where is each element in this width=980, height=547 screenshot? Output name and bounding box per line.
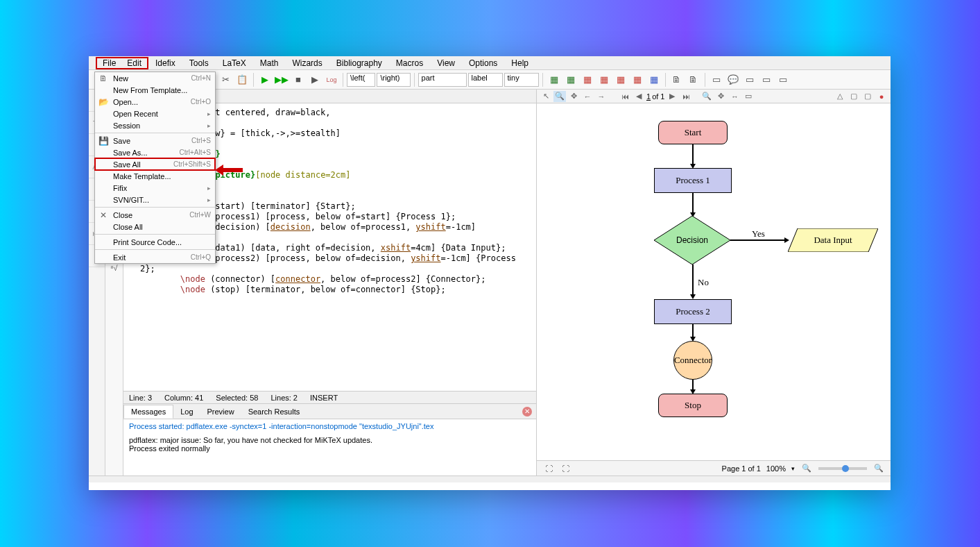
footer-page: Page 1 of 1 — [722, 464, 761, 473]
table-icon-2[interactable]: ▦ — [563, 72, 578, 87]
menu-wizards[interactable]: Wizards — [285, 57, 329, 69]
first-page-icon[interactable]: ⏮ — [619, 91, 631, 102]
tab-log[interactable]: Log — [173, 405, 200, 418]
menu-options[interactable]: Options — [462, 57, 504, 69]
file-menu-close[interactable]: ✕CloseCtrl+W — [95, 209, 215, 221]
file-menu-session[interactable]: Session▸ — [95, 119, 215, 131]
zoom-slider[interactable] — [818, 467, 867, 470]
page-input[interactable]: 1 — [646, 92, 651, 101]
part-select[interactable]: part — [418, 73, 467, 87]
file-menu-save-all[interactable]: Save AllCtrl+Shift+S — [95, 158, 215, 170]
menu-edit[interactable]: Edit — [121, 58, 147, 68]
table-icon-4[interactable]: ▦ — [596, 72, 612, 87]
zoom-fit-icon[interactable]: ✥ — [714, 91, 727, 102]
menu-help[interactable]: Help — [504, 57, 535, 69]
table-icon-3[interactable]: ▦ — [580, 72, 595, 87]
next-page-icon[interactable]: ▶ — [666, 91, 678, 102]
label-select[interactable]: label — [468, 73, 503, 87]
cursor-icon[interactable]: ↖ — [540, 91, 552, 102]
zoom-out-icon[interactable]: 🔍 — [800, 463, 813, 474]
status-col: Column: 41 — [164, 394, 203, 402]
label-yes: Yes — [752, 228, 765, 239]
menu-macros[interactable]: Macros — [389, 57, 430, 69]
insert-icon-5[interactable]: ▭ — [775, 72, 791, 87]
preview-toolbar: ↖ 🔍 ✥ ← → ⏮ ◀ 1 of 1 ▶ ⏭ 🔍 ✥ ↔ ▭ △ ▢ — [537, 90, 891, 103]
log-icon[interactable]: Log — [324, 72, 339, 87]
menu-view[interactable]: View — [430, 57, 462, 69]
file-edit-highlight-box: File Edit — [96, 57, 148, 69]
win-icon[interactable]: ▢ — [861, 91, 874, 102]
tab-messages[interactable]: Messages — [123, 405, 173, 419]
menu-tools[interactable]: Tools — [182, 57, 216, 69]
label-no: No — [698, 277, 709, 288]
compile-icon[interactable]: ▶▶ — [274, 72, 289, 87]
zoom-in-icon[interactable]: 🔍 — [872, 463, 885, 474]
page-of: of 1 — [652, 92, 664, 101]
zoom-cont-icon[interactable]: ▭ — [742, 91, 755, 102]
file-menu-save-as[interactable]: Save As...Ctrl+Alt+S — [95, 146, 215, 158]
fit-page-icon[interactable]: ⛶ — [542, 463, 555, 474]
zoom-width-icon[interactable]: ↔ — [728, 91, 741, 102]
table-icon-5[interactable]: ▦ — [613, 72, 628, 87]
view-pdf-icon[interactable]: ▶ — [307, 72, 323, 87]
forward-icon[interactable]: → — [595, 91, 608, 102]
file-menu-close-all[interactable]: Close All — [95, 221, 215, 233]
preview-footer: ⛶ ⛶ Page 1 of 1 100% ▾ 🔍 🔍 — [537, 460, 891, 476]
status-lines: Lines: 2 — [270, 394, 298, 402]
insert-icon-4[interactable]: ▭ — [759, 72, 774, 87]
file-menu-svn-git[interactable]: SVN/GIT...▸ — [95, 194, 215, 205]
file-menu-open[interactable]: 📂Open...Ctrl+O — [95, 96, 215, 108]
last-page-icon[interactable]: ⏭ — [680, 91, 692, 102]
insert-icon-3[interactable]: ▭ — [742, 72, 757, 87]
close-preview-icon[interactable]: ● — [875, 91, 888, 102]
file-menu-print-source[interactable]: Print Source Code... — [95, 236, 215, 248]
file-menu-fifix[interactable]: Fifix▸ — [95, 182, 215, 194]
page-icon-1[interactable]: 🗎 — [669, 72, 685, 87]
msg-exit: Process exited normally — [129, 444, 531, 453]
prev-page-icon[interactable]: ◀ — [633, 91, 645, 102]
menu-file[interactable]: File — [97, 58, 121, 68]
zoom-actual-icon[interactable]: 🔍 — [700, 91, 713, 102]
file-menu-save[interactable]: 💾SaveCtrl+S — [95, 135, 215, 146]
tab-preview[interactable]: Preview — [200, 405, 241, 418]
file-menu-open-recent[interactable]: Open Recent▸ — [95, 108, 215, 119]
status-mode: INSERT — [310, 394, 338, 402]
table-icon-1[interactable]: ▦ — [547, 72, 562, 87]
insert-icon-2[interactable]: 💬 — [725, 72, 741, 87]
config-icon[interactable]: ▢ — [848, 91, 860, 102]
file-menu-exit[interactable]: ExitCtrl+Q — [95, 251, 215, 263]
menu-latex[interactable]: LaTeX — [216, 57, 253, 69]
page-icon-2[interactable]: 🗎 — [686, 72, 701, 87]
magnify-icon[interactable]: 🔍 — [553, 91, 566, 102]
insert-icon-1[interactable]: ▭ — [709, 72, 724, 87]
back-icon[interactable]: ← — [581, 91, 594, 102]
node-connector: Connector — [673, 341, 712, 380]
file-menu-make-template[interactable]: Make Template... — [95, 170, 215, 182]
status-line: Line: 3 — [129, 394, 152, 402]
fit-width-icon[interactable]: ⛶ — [559, 463, 571, 474]
table-icon-7[interactable]: ▦ — [646, 72, 662, 87]
tab-search-results[interactable]: Search Results — [241, 405, 307, 418]
close-panel-icon[interactable]: ✕ — [522, 407, 532, 416]
scroll-icon[interactable]: ✥ — [567, 91, 580, 102]
paste-icon[interactable]: 📋 — [234, 72, 250, 87]
file-menu-new-template[interactable]: New From Template... — [95, 84, 215, 96]
footer-zoom: 100% — [766, 464, 786, 473]
menu-bibliography[interactable]: Bibliography — [329, 57, 389, 69]
cut-icon[interactable]: ✂ — [218, 72, 233, 87]
pdf-preview-pane: ↖ 🔍 ✥ ← → ⏮ ◀ 1 of 1 ▶ ⏭ 🔍 ✥ ↔ ▭ △ ▢ — [537, 90, 891, 476]
menu-math[interactable]: Math — [253, 57, 286, 69]
table-icon-6[interactable]: ▦ — [630, 72, 645, 87]
stop-icon[interactable]: ■ — [291, 72, 306, 87]
menu-idefix[interactable]: Idefix — [148, 57, 182, 69]
file-menu-new[interactable]: 🗎NewCtrl+N — [95, 72, 215, 84]
messages-panel: Messages Log Preview Search Results ✕ Pr… — [123, 403, 536, 476]
sync-icon[interactable]: △ — [834, 91, 846, 102]
right-bracket-select[interactable]: \right) — [377, 73, 410, 87]
editor-status-bar: Line: 3 Column: 41 Selected: 58 Lines: 2… — [123, 391, 536, 403]
app-window: File Edit Idefix Tools LaTeX Math Wizard… — [89, 56, 891, 490]
build-run-icon[interactable]: ▶ — [257, 72, 273, 87]
preview-canvas[interactable]: Start Process 1 Decision Yes Data Input … — [537, 103, 891, 460]
left-bracket-select[interactable]: \left( — [347, 73, 375, 87]
size-select[interactable]: tiny — [504, 73, 539, 87]
